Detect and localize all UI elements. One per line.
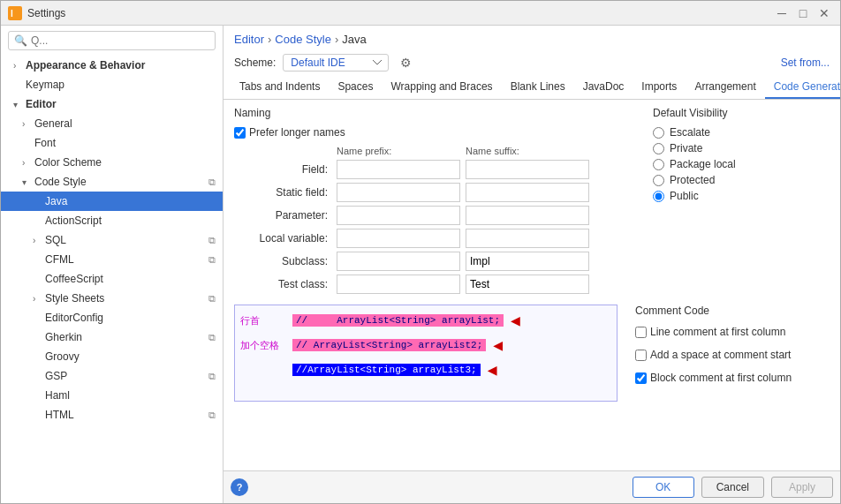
copy-icon: ⧉ — [208, 293, 219, 305]
sidebar-item-groovy[interactable]: Groovy — [1, 347, 223, 366]
tab-tabs-indents[interactable]: Tabs and Indents — [231, 76, 329, 99]
protected-label: Protected — [670, 174, 715, 186]
copy-icon: ⧉ — [208, 371, 219, 382]
expand-icon — [13, 61, 26, 71]
code-line-3: //ArrayList<String> arrayList3; ◀ — [240, 360, 611, 380]
field-suffix[interactable] — [466, 160, 589, 179]
sidebar-item-html[interactable]: HTML ⧉ — [1, 405, 223, 425]
maximize-button[interactable]: □ — [794, 4, 812, 22]
naming-title: Naming — [234, 107, 635, 119]
prefer-longer-label: Prefer longer names — [249, 126, 345, 139]
sidebar-label: Haml — [45, 389, 219, 402]
window-title: Settings — [27, 7, 773, 19]
visibility-public: Public — [653, 190, 830, 202]
breadcrumb: Editor › Code Style › Java — [224, 26, 840, 49]
minimize-button[interactable]: ─ — [773, 4, 791, 22]
tab-javadoc[interactable]: JavaDoc — [574, 76, 633, 99]
sidebar-item-gsp[interactable]: GSP ⧉ — [1, 366, 223, 386]
search-box[interactable]: 🔍 — [8, 31, 216, 50]
sidebar-item-gherkin[interactable]: Gherkin ⧉ — [1, 327, 223, 347]
field-label: Field: — [234, 163, 331, 176]
sidebar-item-cfml[interactable]: CFML ⧉ — [1, 250, 223, 269]
test-class-suffix[interactable] — [466, 275, 589, 294]
parameter-prefix[interactable] — [337, 206, 460, 225]
sidebar-label: Editor — [26, 98, 219, 110]
naming-section: Naming Prefer longer names Name prefix: … — [234, 107, 830, 294]
test-class-prefix[interactable] — [337, 275, 460, 294]
private-radio[interactable] — [653, 143, 664, 154]
block-comment-checkbox[interactable] — [635, 372, 647, 384]
expand-icon — [22, 177, 34, 187]
local-var-prefix[interactable] — [337, 229, 460, 248]
expand-icon — [33, 294, 45, 304]
sidebar-item-coffeescript[interactable]: CoffeeScript — [1, 269, 223, 289]
subclass-prefix[interactable] — [337, 252, 460, 271]
space-comment-row: Add a space at comment start — [635, 349, 830, 361]
panel-body: Naming Prefer longer names Name prefix: … — [224, 100, 840, 470]
tab-arrangement[interactable]: Arrangement — [686, 76, 764, 99]
expand-icon — [33, 236, 45, 245]
local-var-suffix[interactable] — [466, 229, 589, 248]
subclass-suffix[interactable] — [466, 252, 589, 271]
sidebar-label: SQL — [45, 234, 208, 246]
breadcrumb-editor[interactable]: Editor — [234, 33, 264, 46]
sidebar-item-appearance[interactable]: Appearance & Behavior — [1, 56, 223, 75]
sidebar-label: Font — [34, 137, 219, 149]
package-local-radio[interactable] — [653, 159, 664, 170]
gear-button[interactable]: ⚙ — [396, 53, 415, 72]
escalate-radio[interactable] — [653, 127, 664, 139]
copy-icon: ⧉ — [208, 332, 219, 343]
line-comment-checkbox[interactable] — [635, 327, 647, 338]
scheme-select[interactable]: Default IDE — [283, 54, 389, 71]
sidebar-label: CFML — [45, 253, 208, 266]
sidebar-label: Java — [45, 195, 219, 207]
tab-code-generation[interactable]: Code Generation — [765, 76, 840, 99]
protected-radio[interactable] — [653, 175, 664, 186]
ok-button[interactable]: OK — [633, 477, 694, 498]
tab-spaces[interactable]: Spaces — [329, 76, 382, 99]
prefer-longer-checkbox[interactable] — [234, 127, 246, 139]
help-button[interactable]: ? — [231, 478, 248, 496]
breadcrumb-code-style[interactable]: Code Style — [275, 33, 331, 46]
sidebar-item-editorconfig[interactable]: EditorConfig — [1, 308, 223, 327]
line-comment-row: Line comment at first column — [635, 326, 830, 338]
space-comment-label: Add a space at comment start — [650, 349, 791, 361]
sidebar-item-haml[interactable]: Haml — [1, 386, 223, 405]
parameter-suffix[interactable] — [466, 206, 589, 225]
tab-blank-lines[interactable]: Blank Lines — [502, 76, 574, 99]
local-var-label: Local variable: — [234, 232, 331, 244]
sidebar-item-code-style[interactable]: Code Style ⧉ — [1, 172, 223, 192]
cancel-button[interactable]: Cancel — [701, 477, 764, 498]
tab-wrapping[interactable]: Wrapping and Braces — [382, 76, 501, 99]
search-input[interactable] — [31, 34, 209, 47]
sidebar-item-editor[interactable]: Editor — [1, 94, 223, 114]
set-from-link[interactable]: Set from... — [781, 56, 830, 69]
close-button[interactable]: ✕ — [815, 4, 833, 22]
sidebar-item-style-sheets[interactable]: Style Sheets ⧉ — [1, 289, 223, 308]
arrow-icon-2: ◀ — [493, 335, 503, 355]
copy-icon: ⧉ — [208, 254, 219, 266]
sidebar-item-font[interactable]: Font — [1, 133, 223, 153]
static-field-suffix[interactable] — [466, 183, 589, 202]
sidebar-item-general[interactable]: General — [1, 114, 223, 133]
sidebar-item-java[interactable]: Java — [1, 192, 223, 211]
sidebar-label: ActionScript — [45, 214, 219, 227]
static-field-prefix[interactable] — [337, 183, 460, 202]
visibility-package-local: Package local — [653, 158, 830, 170]
code-label-1: 行首 — [240, 314, 289, 327]
sidebar-label: Color Scheme — [34, 156, 219, 169]
name-prefix-header: Name prefix: — [337, 146, 460, 156]
block-comment-label: Block comment at first column — [650, 372, 792, 384]
comment-options: Comment Code Line comment at first colum… — [635, 305, 830, 402]
apply-button[interactable]: Apply — [771, 477, 833, 498]
public-label: Public — [670, 190, 699, 202]
sidebar-item-keymap[interactable]: Keymap — [1, 75, 223, 94]
space-comment-checkbox[interactable] — [635, 350, 647, 361]
sidebar-item-color-scheme[interactable]: Color Scheme — [1, 153, 223, 172]
title-bar: I Settings ─ □ ✕ — [1, 1, 840, 26]
sidebar-item-sql[interactable]: SQL ⧉ — [1, 230, 223, 250]
tab-imports[interactable]: Imports — [633, 76, 686, 99]
field-prefix[interactable] — [337, 160, 460, 179]
sidebar-item-actionscript[interactable]: ActionScript — [1, 211, 223, 230]
public-radio[interactable] — [653, 191, 664, 202]
